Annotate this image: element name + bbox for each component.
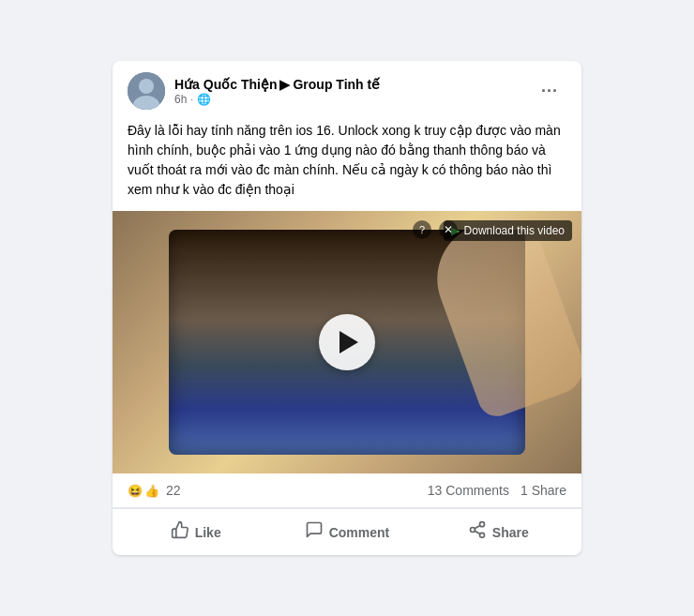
more-options-button[interactable]: ··· [533,74,566,108]
post-meta: 6h · 🌐 [174,93,380,106]
share-label: Share [492,525,529,540]
like-button[interactable]: Like [120,513,271,551]
group-name[interactable]: Group Tinh tế [293,77,380,92]
privacy-icon: 🌐 [197,93,211,106]
author-name[interactable]: Hứa Quốc Thiện [174,76,277,93]
separator-dot: · [190,95,193,105]
download-label: Download this video [464,224,565,237]
comment-button[interactable]: Comment [271,513,422,551]
video-overlay [113,211,581,473]
post-card: Hứa Quốc Thiện ▶ Group Tinh tế 6h · 🌐 ··… [113,61,581,555]
shares-count[interactable]: 1 Share [520,483,566,498]
video-thumbnail [113,211,581,473]
action-bar: Like Comment Share [113,508,581,555]
laugh-emoji: 😆 [126,481,144,500]
reaction-emojis: 😆 👍 [128,481,161,500]
reactions-bar: 😆 👍 22 13 Comments 1 Share [113,473,581,508]
like-emoji: 👍 [143,481,161,500]
reactions-right: 13 Comments 1 Share [428,483,566,498]
share-button[interactable]: Share [423,513,574,551]
like-label: Like [195,525,221,540]
post-time[interactable]: 6h [174,93,187,106]
name-row: Hứa Quốc Thiện ▶ Group Tinh tế [174,76,380,93]
video-container[interactable]: ▶ Download this video ? ✕ [113,211,581,473]
play-button[interactable] [319,314,375,370]
avatar[interactable] [128,72,165,110]
comments-count[interactable]: 13 Comments [428,483,509,498]
post-user-info: Hứa Quốc Thiện ▶ Group Tinh tế 6h · 🌐 [174,76,380,106]
post-header-left: Hứa Quốc Thiện ▶ Group Tinh tế 6h · 🌐 [128,72,380,110]
play-icon [339,331,358,353]
like-icon [171,520,189,544]
reactions-left: 😆 👍 22 [128,481,181,500]
svg-line-7 [475,525,480,528]
avatar-image [128,72,165,110]
share-icon [468,520,487,544]
help-button[interactable]: ? [413,220,431,239]
download-video-button[interactable]: ▶ Download this video [444,220,572,241]
comment-label: Comment [329,525,390,540]
svg-point-1 [139,79,154,94]
arrow-icon: ▶ [279,76,290,93]
comment-icon [305,520,324,544]
post-header: Hứa Quốc Thiện ▶ Group Tinh tế 6h · 🌐 ··… [113,61,581,117]
reaction-count[interactable]: 22 [166,483,181,498]
svg-line-6 [475,531,480,533]
close-download-button[interactable]: ✕ [439,220,458,239]
post-text: Đây là lỗi hay tính năng trên ios 16. Un… [113,117,581,211]
